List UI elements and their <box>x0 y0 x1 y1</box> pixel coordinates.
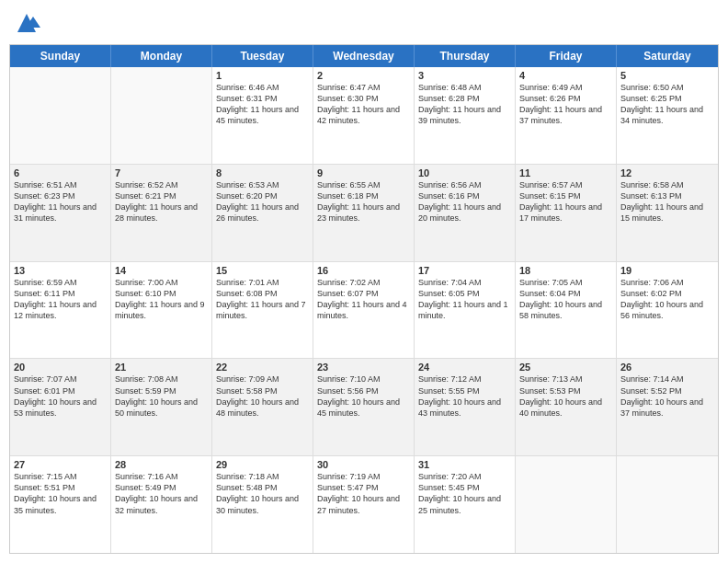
cell-info: Sunrise: 6:57 AMSunset: 6:15 PMDaylight:… <box>519 180 602 223</box>
day-number: 11 <box>519 167 612 178</box>
cell-info: Sunrise: 6:58 AMSunset: 6:13 PMDaylight:… <box>620 180 703 223</box>
calendar-cell: 3Sunrise: 6:48 AMSunset: 6:28 PMDaylight… <box>415 67 516 164</box>
day-number: 15 <box>216 265 309 276</box>
calendar-cell: 16Sunrise: 7:02 AMSunset: 6:07 PMDayligh… <box>313 262 415 359</box>
weekday-header: Friday <box>516 45 617 67</box>
weekday-header: Monday <box>111 45 212 67</box>
weekday-header: Wednesday <box>313 45 415 67</box>
calendar-cell <box>617 456 718 553</box>
calendar-cell: 2Sunrise: 6:47 AMSunset: 6:30 PMDaylight… <box>313 67 415 164</box>
weekday-header: Saturday <box>617 45 718 67</box>
calendar-cell: 19Sunrise: 7:06 AMSunset: 6:02 PMDayligh… <box>617 262 718 359</box>
calendar-cell: 23Sunrise: 7:10 AMSunset: 5:56 PMDayligh… <box>313 359 415 455</box>
calendar-row: 13Sunrise: 6:59 AMSunset: 6:11 PMDayligh… <box>10 261 718 359</box>
weekday-header: Sunday <box>10 45 111 67</box>
day-number: 1 <box>216 70 309 81</box>
cell-info: Sunrise: 6:46 AMSunset: 6:31 PMDaylight:… <box>216 83 299 125</box>
calendar-cell: 26Sunrise: 7:14 AMSunset: 5:52 PMDayligh… <box>617 359 718 455</box>
calendar-cell: 22Sunrise: 7:09 AMSunset: 5:58 PMDayligh… <box>212 359 313 455</box>
day-number: 16 <box>317 265 410 276</box>
cell-info: Sunrise: 7:06 AMSunset: 6:02 PMDaylight:… <box>620 278 703 320</box>
cell-info: Sunrise: 7:12 AMSunset: 5:55 PMDaylight:… <box>418 374 501 417</box>
cell-info: Sunrise: 7:02 AMSunset: 6:07 PMDaylight:… <box>317 278 407 320</box>
day-number: 19 <box>620 265 714 276</box>
cell-info: Sunrise: 7:01 AMSunset: 6:08 PMDaylight:… <box>216 278 306 320</box>
calendar-cell: 13Sunrise: 6:59 AMSunset: 6:11 PMDayligh… <box>10 262 111 359</box>
cell-info: Sunrise: 7:05 AMSunset: 6:04 PMDaylight:… <box>519 278 602 320</box>
day-number: 20 <box>14 362 107 373</box>
day-number: 9 <box>317 167 410 178</box>
cell-info: Sunrise: 7:07 AMSunset: 6:01 PMDaylight:… <box>14 374 97 417</box>
day-number: 26 <box>620 362 714 373</box>
day-number: 17 <box>418 265 511 276</box>
calendar-cell: 6Sunrise: 6:51 AMSunset: 6:23 PMDaylight… <box>10 165 111 261</box>
weekday-header: Thursday <box>415 45 516 67</box>
calendar-row: 1Sunrise: 6:46 AMSunset: 6:31 PMDaylight… <box>10 67 718 164</box>
calendar-cell: 21Sunrise: 7:08 AMSunset: 5:59 PMDayligh… <box>111 359 212 455</box>
calendar-row: 27Sunrise: 7:15 AMSunset: 5:51 PMDayligh… <box>10 455 718 553</box>
calendar-cell: 4Sunrise: 6:49 AMSunset: 6:26 PMDaylight… <box>516 67 617 164</box>
cell-info: Sunrise: 7:14 AMSunset: 5:52 PMDaylight:… <box>620 374 703 417</box>
day-number: 31 <box>418 459 511 470</box>
calendar-header: SundayMondayTuesdayWednesdayThursdayFrid… <box>10 45 718 67</box>
weekday-header: Tuesday <box>212 45 313 67</box>
day-number: 28 <box>115 459 208 470</box>
page: SundayMondayTuesdayWednesdayThursdayFrid… <box>0 0 728 563</box>
calendar-cell: 9Sunrise: 6:55 AMSunset: 6:18 PMDaylight… <box>313 165 415 261</box>
day-number: 23 <box>317 362 410 373</box>
calendar-cell: 10Sunrise: 6:56 AMSunset: 6:16 PMDayligh… <box>415 165 516 261</box>
calendar-row: 20Sunrise: 7:07 AMSunset: 6:01 PMDayligh… <box>10 358 718 455</box>
day-number: 29 <box>216 459 309 470</box>
day-number: 3 <box>418 70 511 81</box>
calendar-cell: 1Sunrise: 6:46 AMSunset: 6:31 PMDaylight… <box>212 67 313 164</box>
cell-info: Sunrise: 7:00 AMSunset: 6:10 PMDaylight:… <box>115 278 205 320</box>
day-number: 25 <box>519 362 612 373</box>
cell-info: Sunrise: 6:51 AMSunset: 6:23 PMDaylight:… <box>14 180 97 223</box>
calendar-cell: 24Sunrise: 7:12 AMSunset: 5:55 PMDayligh… <box>415 359 516 455</box>
calendar-cell: 20Sunrise: 7:07 AMSunset: 6:01 PMDayligh… <box>10 359 111 455</box>
calendar-cell: 27Sunrise: 7:15 AMSunset: 5:51 PMDayligh… <box>10 456 111 553</box>
day-number: 24 <box>418 362 511 373</box>
calendar-cell: 31Sunrise: 7:20 AMSunset: 5:45 PMDayligh… <box>415 456 516 553</box>
day-number: 30 <box>317 459 410 470</box>
calendar-cell: 14Sunrise: 7:00 AMSunset: 6:10 PMDayligh… <box>111 262 212 359</box>
cell-info: Sunrise: 6:59 AMSunset: 6:11 PMDaylight:… <box>14 278 97 320</box>
day-number: 10 <box>418 167 511 178</box>
cell-info: Sunrise: 7:19 AMSunset: 5:47 PMDaylight:… <box>317 472 400 514</box>
cell-info: Sunrise: 7:20 AMSunset: 5:45 PMDaylight:… <box>418 472 501 514</box>
calendar-cell: 17Sunrise: 7:04 AMSunset: 6:05 PMDayligh… <box>415 262 516 359</box>
day-number: 8 <box>216 167 309 178</box>
day-number: 4 <box>519 70 612 81</box>
cell-info: Sunrise: 6:50 AMSunset: 6:25 PMDaylight:… <box>620 83 703 125</box>
day-number: 22 <box>216 362 309 373</box>
cell-info: Sunrise: 7:16 AMSunset: 5:49 PMDaylight:… <box>115 472 198 514</box>
logo-icon <box>13 9 40 37</box>
calendar-cell <box>516 456 617 553</box>
calendar-cell: 18Sunrise: 7:05 AMSunset: 6:04 PMDayligh… <box>516 262 617 359</box>
calendar-cell: 12Sunrise: 6:58 AMSunset: 6:13 PMDayligh… <box>617 165 718 261</box>
cell-info: Sunrise: 7:04 AMSunset: 6:05 PMDaylight:… <box>418 278 508 320</box>
cell-info: Sunrise: 7:08 AMSunset: 5:59 PMDaylight:… <box>115 374 198 417</box>
cell-info: Sunrise: 6:48 AMSunset: 6:28 PMDaylight:… <box>418 83 501 125</box>
day-number: 7 <box>115 167 208 178</box>
cell-info: Sunrise: 7:13 AMSunset: 5:53 PMDaylight:… <box>519 374 602 417</box>
cell-info: Sunrise: 7:10 AMSunset: 5:56 PMDaylight:… <box>317 374 400 417</box>
calendar: SundayMondayTuesdayWednesdayThursdayFrid… <box>9 44 719 554</box>
day-number: 27 <box>14 459 107 470</box>
calendar-cell: 5Sunrise: 6:50 AMSunset: 6:25 PMDaylight… <box>617 67 718 164</box>
calendar-cell: 11Sunrise: 6:57 AMSunset: 6:15 PMDayligh… <box>516 165 617 261</box>
cell-info: Sunrise: 6:53 AMSunset: 6:20 PMDaylight:… <box>216 180 299 223</box>
calendar-cell: 28Sunrise: 7:16 AMSunset: 5:49 PMDayligh… <box>111 456 212 553</box>
day-number: 6 <box>14 167 107 178</box>
cell-info: Sunrise: 6:56 AMSunset: 6:16 PMDaylight:… <box>418 180 501 223</box>
calendar-cell <box>111 67 212 164</box>
calendar-body: 1Sunrise: 6:46 AMSunset: 6:31 PMDaylight… <box>10 67 718 553</box>
day-number: 13 <box>14 265 107 276</box>
day-number: 12 <box>620 167 714 178</box>
day-number: 2 <box>317 70 410 81</box>
calendar-cell: 8Sunrise: 6:53 AMSunset: 6:20 PMDaylight… <box>212 165 313 261</box>
logo <box>9 9 40 37</box>
calendar-cell <box>10 67 111 164</box>
day-number: 5 <box>620 70 714 81</box>
cell-info: Sunrise: 7:18 AMSunset: 5:48 PMDaylight:… <box>216 472 299 514</box>
